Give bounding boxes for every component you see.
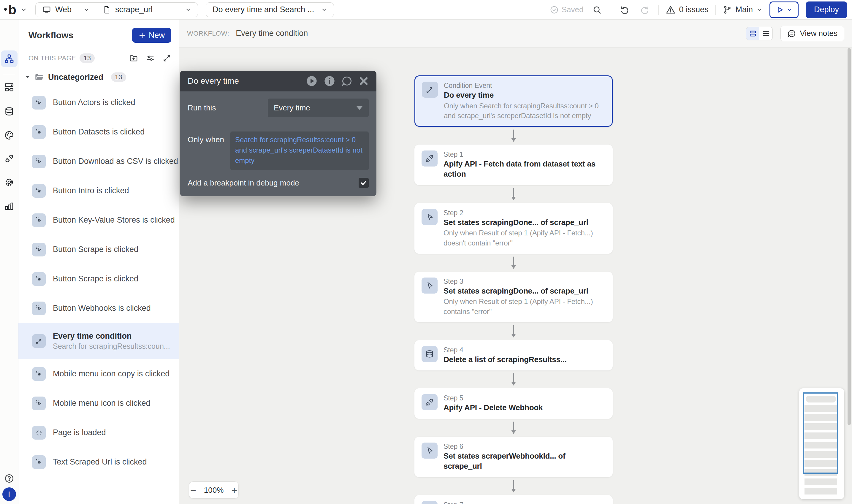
workflow-list-item[interactable]: Button Scrape is clicked <box>18 264 179 293</box>
new-workflow-button[interactable]: New <box>132 28 171 43</box>
database-icon <box>425 350 434 359</box>
step-card[interactable]: Step 6 Set states scraperWebhookId... of… <box>414 437 613 477</box>
condition-event-card[interactable]: Condition Event Do every time Only when … <box>414 75 613 127</box>
deploy-button[interactable]: Deploy <box>806 1 847 18</box>
play-icon <box>776 6 784 14</box>
cursor-click-icon <box>35 128 43 136</box>
bubble-editor: b Web scrape_url Do every time and Searc… <box>0 0 852 504</box>
workflow-list-item[interactable]: Mobile menu icon is clicked <box>18 389 179 418</box>
only-when-label: Only when <box>188 131 224 170</box>
reusable-elements-tab[interactable] <box>3 81 16 94</box>
save-status-label: Saved <box>562 5 584 14</box>
plugins-tab[interactable] <box>3 152 16 165</box>
workflow-item-icon <box>32 272 46 286</box>
search-icon <box>592 5 602 15</box>
bubble-logo-menu[interactable]: b <box>4 3 27 16</box>
help-button[interactable] <box>3 472 16 485</box>
canvas-scrollbar[interactable] <box>848 48 851 425</box>
zoom-out-button[interactable]: − <box>190 485 197 495</box>
settings-tab[interactable] <box>3 176 16 189</box>
step-card[interactable]: Step 7 Hide loading_circle <box>414 495 613 504</box>
toolbar-right: Saved 0 issues Main <box>550 1 847 18</box>
workflow-list-item[interactable]: Page is loaded <box>18 418 179 447</box>
dialog-header[interactable]: Do every time <box>180 71 377 91</box>
workflow-item-icon <box>32 334 46 348</box>
cursor-click-icon <box>35 246 43 254</box>
workflow-tab[interactable] <box>1 51 18 67</box>
undo-button[interactable] <box>618 3 631 16</box>
platform-dropdown[interactable]: Web <box>36 3 96 17</box>
close-button[interactable] <box>359 76 369 86</box>
list-view-toggle[interactable] <box>759 27 773 40</box>
chevron-down-icon <box>20 6 27 13</box>
folder-uncategorized[interactable]: Uncategorized 13 <box>18 63 179 82</box>
workflow-list-item[interactable]: Every time condition Search for scraping… <box>18 323 179 359</box>
step-title: Set states scrapingDone... of scrape_url <box>443 286 605 296</box>
expand-button[interactable] <box>162 54 171 62</box>
issues-indicator[interactable]: 0 issues <box>666 5 708 15</box>
workflow-list-item[interactable]: Button Scrape is clicked <box>18 235 179 264</box>
redo-button[interactable] <box>638 3 651 16</box>
workflow-list-item[interactable]: Button Webhooks is clicked <box>18 293 179 323</box>
page-dropdown[interactable]: scrape_url <box>96 3 198 17</box>
step-card[interactable]: Step 1 Apify API - Fetch data from datas… <box>414 145 613 185</box>
workflow-selector-dropdown[interactable]: Do every time and Search ... <box>206 2 334 17</box>
new-workflow-label: New <box>149 31 165 40</box>
cursor-click-icon <box>35 98 43 107</box>
step-card[interactable]: Step 2 Set states scrapingDone... of scr… <box>414 203 613 254</box>
notes-bubble-icon <box>787 29 796 38</box>
context-switcher: Web scrape_url <box>35 2 198 17</box>
step-card[interactable]: Step 4 Delete a list of scrapingResultss… <box>414 340 613 371</box>
add-folder-button[interactable] <box>129 54 138 62</box>
divider <box>180 125 377 125</box>
workflow-list-item[interactable]: Text Scraped Url is clicked <box>18 447 179 477</box>
workflow-list-item[interactable]: Button Download as CSV is clicked <box>18 147 179 176</box>
flow-arrow-icon <box>414 187 613 201</box>
workflow-item-subtitle: Search for scrapingResultss:coun... <box>53 342 170 350</box>
chevron-down-icon <box>84 7 89 13</box>
logs-tab[interactable] <box>3 199 16 213</box>
only-when-expression[interactable]: Search for scrapingResultss:count > 0 an… <box>230 131 369 170</box>
database-icon <box>4 107 14 116</box>
cursor-icon <box>425 281 434 290</box>
step-label: Step 3 <box>443 277 605 286</box>
workflow-list-item[interactable]: Button Key-Value Stores is clicked <box>18 205 179 235</box>
minimap-viewport[interactable] <box>803 392 838 474</box>
condition-icon <box>35 337 43 345</box>
view-notes-button[interactable]: View notes <box>780 26 844 41</box>
comment-button[interactable] <box>341 75 353 87</box>
workflow-item-title: Mobile menu icon is clicked <box>53 399 150 408</box>
styles-tab[interactable] <box>3 129 16 142</box>
cursor-icon <box>425 213 434 221</box>
workflow-item-title: Page is loaded <box>53 428 106 437</box>
minimap[interactable] <box>799 388 844 499</box>
info-button[interactable] <box>324 75 336 87</box>
workflow-list-item[interactable]: Mobile menu icon copy is clicked <box>18 359 179 389</box>
search-button[interactable] <box>591 3 603 16</box>
zoom-in-button[interactable]: + <box>231 485 238 495</box>
zoom-control: − 100% + <box>189 482 239 499</box>
avatar[interactable]: I <box>2 487 16 501</box>
chevron-down-icon <box>321 7 327 13</box>
view-mode-toggle <box>746 27 773 40</box>
components-icon <box>4 82 14 92</box>
card-view-toggle[interactable] <box>746 27 759 40</box>
step-card[interactable]: Step 5 Apify API - Delete Webhook <box>414 388 613 419</box>
workflow-item-icon <box>32 125 46 139</box>
filter-button[interactable] <box>146 54 155 62</box>
workflow-list-item[interactable]: Button Datasets is clicked <box>18 117 179 147</box>
step-card[interactable]: Step 3 Set states scrapingDone... of scr… <box>414 272 613 322</box>
cursor-click-icon <box>35 399 43 408</box>
run-event-button[interactable] <box>306 75 318 87</box>
breakpoint-checkbox[interactable] <box>359 178 369 188</box>
data-tab[interactable] <box>3 105 16 118</box>
workflow-list-item[interactable]: Button Intro is clicked <box>18 176 179 205</box>
on-this-page-label: ON THIS PAGE <box>29 54 76 62</box>
caret-down-icon <box>25 74 30 80</box>
cursor-click-icon <box>35 370 43 378</box>
run-this-select[interactable]: Every time <box>268 98 369 117</box>
branch-selector[interactable]: Main <box>723 5 762 14</box>
canvas-header: WORKFLOW: Every time condition View note… <box>179 20 852 48</box>
run-preview-button[interactable] <box>769 1 799 18</box>
workflow-list-item[interactable]: Button Actors is clicked <box>18 88 179 117</box>
